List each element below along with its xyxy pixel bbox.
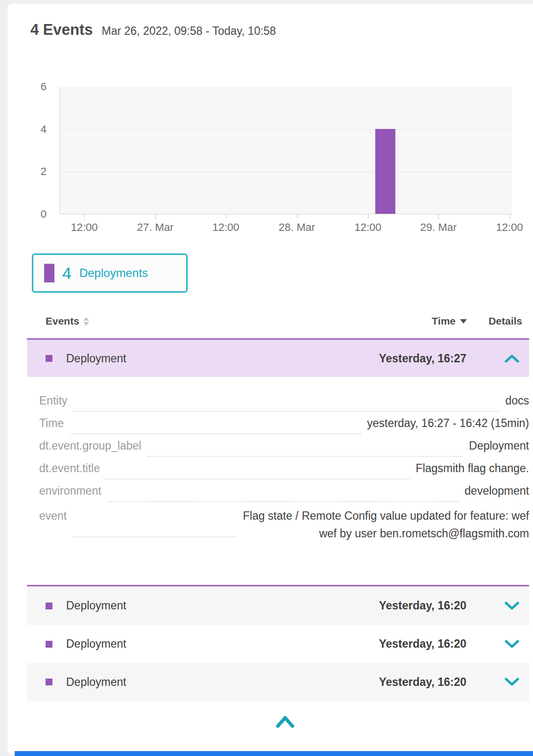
gridline-2 (60, 172, 512, 172)
event-row[interactable]: Deployment Yesterday, 16:20 (27, 663, 529, 701)
event-row[interactable]: Deployment Yesterday, 16:20 (27, 585, 529, 625)
x-axis-label: 28. Mar (267, 221, 326, 234)
detail-row: Time yesterday, 16:27 - 16:42 (15min) (39, 417, 529, 439)
x-tick-mark (297, 214, 297, 219)
panel-header: 4 Events Mar 26, 2022, 09:58 - Today, 10… (30, 21, 276, 39)
detail-value: yesterday, 16:27 - 16:42 (15min) (367, 417, 529, 430)
detail-row: Entity docs (39, 394, 529, 417)
y-axis-tick-4: 4 (27, 123, 47, 136)
chart-plot-area (60, 87, 512, 214)
column-header-details: Details (488, 315, 522, 327)
detail-label: event (39, 509, 67, 523)
detail-label: environment (39, 484, 101, 498)
bottom-accent-bar (15, 751, 533, 756)
x-tick-mark (226, 214, 226, 219)
detail-value: Flag state / Remote Config value updated… (242, 507, 529, 542)
x-axis-label: 27. Mar (126, 221, 185, 234)
event-row[interactable]: Deployment Yesterday, 16:20 (27, 625, 529, 663)
detail-value: Flagsmith flag change. (416, 462, 529, 475)
legend-label: Deployments (79, 266, 148, 280)
legend-count: 4 (62, 264, 72, 283)
deployment-square-icon (46, 641, 52, 648)
event-time-label: Yesterday, 16:27 (379, 352, 466, 365)
detail-label: Entity (39, 394, 68, 407)
detail-value: docs (505, 394, 529, 407)
detail-label: dt.event.title (39, 462, 100, 475)
detail-value: Deployment (469, 439, 529, 453)
x-tick-mark (438, 214, 439, 219)
dotted-leader (73, 536, 237, 537)
collapse-panel-chevron-up-icon[interactable] (275, 714, 295, 729)
event-type-label: Deployment (66, 352, 379, 365)
timeframe-label: Mar 26, 2022, 09:58 - Today, 10:58 (102, 25, 276, 38)
deployments-swatch-icon (44, 264, 54, 282)
events-card: 4 Events Mar 26, 2022, 09:58 - Today, 10… (7, 3, 533, 755)
x-axis-label: 12:00 (480, 221, 533, 234)
deployment-square-icon (46, 603, 52, 609)
page-title: 4 Events (30, 21, 93, 39)
dotted-leader (106, 479, 410, 479)
detail-row: event Flag state / Remote Config value u… (39, 507, 529, 542)
x-axis-label: 12:00 (55, 221, 114, 234)
events-panel: 4 Events Mar 26, 2022, 09:58 - Today, 10… (0, 0, 533, 756)
column-details-label: Details (488, 315, 522, 327)
column-header-events[interactable]: Events (46, 315, 89, 327)
sort-both-icon (83, 317, 89, 326)
detail-label: dt.event.group_label (39, 439, 141, 453)
column-header-time[interactable]: Time (432, 315, 467, 327)
detail-label: Time (39, 417, 64, 430)
detail-row: dt.event.group_label Deployment (39, 439, 529, 462)
deployments-bar[interactable] (375, 129, 395, 214)
event-time-label: Yesterday, 16:20 (379, 599, 466, 612)
x-axis-label: 12:00 (196, 221, 255, 234)
column-time-label: Time (432, 315, 456, 327)
event-type-label: Deployment (66, 637, 379, 651)
chevron-down-icon[interactable] (495, 602, 529, 610)
deployments-legend-toggle[interactable]: 4 Deployments (32, 253, 188, 293)
dotted-leader (107, 501, 459, 502)
event-type-label: Deployment (66, 599, 379, 612)
y-axis-tick-0: 0 (27, 208, 47, 221)
event-time-label: Yesterday, 16:20 (379, 637, 466, 651)
x-tick-mark (155, 214, 156, 219)
x-tick-mark (84, 214, 85, 219)
chevron-up-icon[interactable] (495, 354, 529, 363)
detail-row: environment development (39, 484, 529, 507)
y-axis-tick-2: 2 (27, 165, 47, 178)
detail-row: dt.event.title Flagsmith flag change. (39, 462, 529, 484)
deployment-square-icon (46, 355, 52, 362)
chevron-down-icon[interactable] (495, 640, 529, 649)
column-events-label: Events (46, 315, 79, 327)
dotted-leader (70, 433, 361, 434)
event-type-label: Deployment (66, 676, 379, 689)
dotted-leader (73, 411, 500, 412)
detail-value: development (464, 484, 529, 498)
deployment-square-icon (46, 679, 52, 685)
dotted-leader (147, 456, 463, 457)
event-details-list: Entity docs Time yesterday, 16:27 - 16:4… (39, 394, 529, 542)
events-table-header: Events Time Details (27, 312, 529, 333)
event-row-expanded[interactable]: Deployment Yesterday, 16:27 (27, 338, 529, 377)
x-axis-label: 12:00 (339, 221, 397, 234)
gridline-4 (60, 129, 512, 130)
event-time-label: Yesterday, 16:20 (379, 676, 466, 689)
x-tick-mark (509, 214, 510, 219)
chevron-down-icon[interactable] (495, 678, 529, 686)
sort-desc-icon (460, 319, 467, 324)
y-axis-tick-6: 6 (27, 80, 47, 93)
x-axis-label: 29. Mar (409, 221, 468, 234)
x-tick-mark (368, 214, 368, 219)
